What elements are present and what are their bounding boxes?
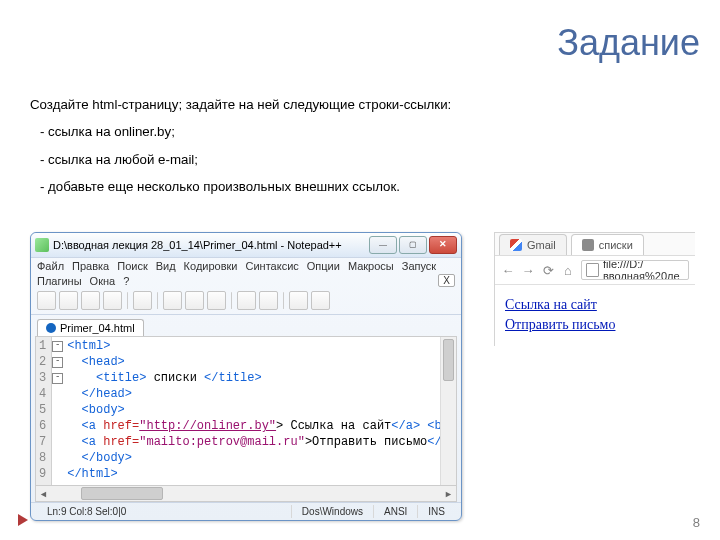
tab-label: Primer_04.html: [60, 322, 135, 334]
tool-new-icon[interactable]: [37, 291, 56, 310]
tool-replace-icon[interactable]: [311, 291, 330, 310]
tool-undo-icon[interactable]: [237, 291, 256, 310]
vertical-scrollbar[interactable]: [440, 337, 456, 485]
browser-viewport: Ссылка на сайт Отправить письмо: [495, 285, 695, 346]
menu-run[interactable]: Запуск: [402, 260, 436, 272]
gmail-favicon-icon: [510, 239, 522, 251]
browser-window: Gmail списки ← → ⟳ ⌂ file:///D:/вводная%…: [494, 232, 695, 346]
scroll-right-icon[interactable]: ►: [441, 489, 456, 499]
window-title: D:\вводная лекция 28_01_14\Primer_04.htm…: [53, 239, 369, 251]
page-favicon-icon: [582, 239, 594, 251]
menu-view[interactable]: Вид: [156, 260, 176, 272]
toolbar-sep: [231, 292, 232, 309]
menu-search[interactable]: Поиск: [117, 260, 147, 272]
task-description: Создайте html-страницу; задайте на ней с…: [30, 92, 451, 201]
toolbar-sep: [127, 292, 128, 309]
menu-bar: Файл Правка Поиск Вид Кодировки Синтакси…: [31, 258, 461, 274]
code-editor[interactable]: 123456789 - - - <html> <head> <title> сп…: [35, 336, 457, 486]
minimize-button[interactable]: [369, 236, 397, 254]
status-position: Ln:9 Col:8 Sel:0|0: [37, 505, 292, 518]
url-input[interactable]: file:///D:/вводная%20ле: [581, 260, 689, 280]
home-button[interactable]: ⌂: [561, 263, 575, 278]
browser-toolbar: ← → ⟳ ⌂ file:///D:/вводная%20ле: [495, 256, 695, 285]
scroll-left-icon[interactable]: ◄: [36, 489, 51, 499]
code-content[interactable]: <html> <head> <title> списки </title> </…: [63, 337, 457, 485]
scroll-thumb[interactable]: [443, 339, 454, 381]
menu-syntax[interactable]: Синтаксис: [246, 260, 299, 272]
slide-title: Задание: [557, 22, 700, 64]
fold-icon: -: [52, 357, 63, 368]
fold-icon: -: [52, 373, 63, 384]
task-intro: Создайте html-страницу; задайте на ней с…: [30, 92, 451, 117]
browser-tab-page[interactable]: списки: [571, 234, 644, 255]
tool-copy-icon[interactable]: [185, 291, 204, 310]
page-number: 8: [693, 515, 700, 530]
tool-save-icon[interactable]: [81, 291, 100, 310]
fold-icon: -: [52, 341, 63, 352]
url-text: file:///D:/вводная%20ле: [603, 260, 684, 280]
tool-open-icon[interactable]: [59, 291, 78, 310]
browser-tab-gmail[interactable]: Gmail: [499, 234, 567, 255]
tool-redo-icon[interactable]: [259, 291, 278, 310]
horizontal-scrollbar[interactable]: ◄ ►: [35, 486, 457, 502]
status-encoding: ANSI: [374, 505, 418, 518]
forward-button[interactable]: →: [521, 263, 535, 278]
menu-macros[interactable]: Макросы: [348, 260, 394, 272]
page-link-site[interactable]: Ссылка на сайт: [505, 295, 685, 315]
status-mode: INS: [418, 505, 455, 518]
tool-find-icon[interactable]: [289, 291, 308, 310]
notepad-window: D:\вводная лекция 28_01_14\Primer_04.htm…: [30, 232, 462, 521]
window-titlebar[interactable]: D:\вводная лекция 28_01_14\Primer_04.htm…: [31, 233, 461, 258]
back-button[interactable]: ←: [501, 263, 515, 278]
menu-bar-2: Плагины Окна ? X: [31, 274, 461, 289]
menu-windows[interactable]: Окна: [90, 275, 116, 287]
status-bar: Ln:9 Col:8 Sel:0|0 Dos\Windows ANSI INS: [31, 502, 461, 520]
toolbar-sep: [157, 292, 158, 309]
tool-cut-icon[interactable]: [163, 291, 182, 310]
tab-modified-icon: [46, 323, 56, 333]
task-item: добавьте еще несколько произвольных внеш…: [48, 174, 451, 199]
file-tab[interactable]: Primer_04.html: [37, 319, 144, 336]
toolbar: [31, 289, 461, 315]
fold-column: - - -: [52, 337, 63, 485]
task-item: ссылка на любой e-mail;: [48, 147, 451, 172]
tool-print-icon[interactable]: [133, 291, 152, 310]
tab-label: списки: [599, 239, 633, 251]
menu-file[interactable]: Файл: [37, 260, 64, 272]
toolbar-sep: [283, 292, 284, 309]
menu-help[interactable]: ?: [123, 275, 129, 287]
reload-button[interactable]: ⟳: [541, 263, 555, 278]
app-icon: [35, 238, 49, 252]
menu-edit[interactable]: Правка: [72, 260, 109, 272]
page-link-mail[interactable]: Отправить письмо: [505, 315, 685, 335]
tab-strip: Primer_04.html: [31, 315, 461, 336]
menu-options[interactable]: Опции: [307, 260, 340, 272]
status-eol: Dos\Windows: [292, 505, 374, 518]
line-numbers: 123456789: [36, 337, 52, 485]
plugin-close-button[interactable]: X: [438, 274, 455, 287]
play-icon: [18, 514, 28, 526]
browser-tabstrip: Gmail списки: [495, 233, 695, 256]
file-icon: [586, 263, 599, 277]
menu-plugins[interactable]: Плагины: [37, 275, 82, 287]
tool-saveall-icon[interactable]: [103, 291, 122, 310]
close-button[interactable]: [429, 236, 457, 254]
maximize-button[interactable]: [399, 236, 427, 254]
menu-encoding[interactable]: Кодировки: [184, 260, 238, 272]
scroll-thumb[interactable]: [81, 487, 163, 500]
tab-label: Gmail: [527, 239, 556, 251]
tool-paste-icon[interactable]: [207, 291, 226, 310]
task-item: ссылка на onliner.by;: [48, 119, 451, 144]
